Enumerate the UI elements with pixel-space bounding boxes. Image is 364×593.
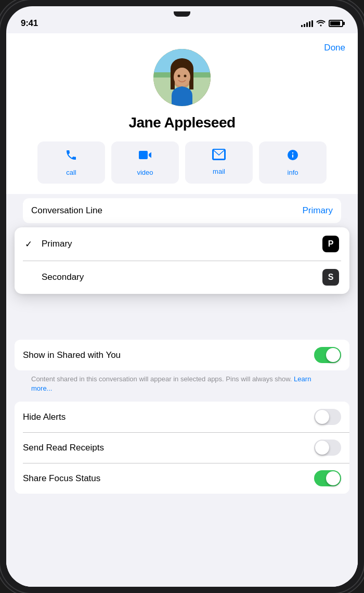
avatar-section: Jane Appleseed <box>6 33 358 141</box>
blurred-section: Send My Cu... Share My Lo... ✓ Primary <box>6 223 358 277</box>
show-shared-row: Show in Shared with You <box>15 340 349 370</box>
settings-bg: Conversation Line Primary Send My Cu... … <box>6 194 358 587</box>
send-read-receipts-label: Send Read Receipts <box>23 443 104 453</box>
hide-alerts-label: Hide Alerts <box>23 412 66 422</box>
dropdown-primary-label: Primary <box>42 239 72 249</box>
mail-label: mail <box>213 167 225 175</box>
secondary-badge: S <box>322 269 339 286</box>
dropdown-primary-item[interactable]: ✓ Primary P <box>15 227 349 261</box>
conv-line-section: Conversation Line Primary <box>6 194 358 223</box>
main-sheet: Done <box>6 33 358 194</box>
hide-alerts-row: Hide Alerts <box>15 402 349 432</box>
avatar <box>153 49 211 106</box>
caption-text: Content shared in this conversation will… <box>15 370 349 402</box>
phone-screen: 9:41 <box>6 6 358 587</box>
svg-rect-13 <box>292 154 293 158</box>
checkmark-icon: ✓ <box>25 239 35 250</box>
conversation-line-value: Primary <box>302 205 333 216</box>
video-icon <box>138 149 152 164</box>
notch <box>174 11 190 17</box>
svg-point-10 <box>184 75 187 78</box>
primary-badge: P <box>322 236 339 252</box>
conversation-line-label: Conversation Line <box>31 205 102 216</box>
battery-icon <box>329 20 343 27</box>
share-focus-row: Share Focus Status <box>15 463 349 494</box>
info-icon <box>287 149 299 164</box>
video-button[interactable]: video <box>111 141 179 184</box>
send-read-receipts-toggle[interactable] <box>314 440 341 456</box>
share-focus-toggle[interactable] <box>314 470 341 486</box>
mail-button[interactable]: mail <box>185 141 253 184</box>
avatar-image <box>153 49 211 106</box>
video-label: video <box>137 169 153 176</box>
action-buttons-row: call video <box>6 141 358 194</box>
dropdown-secondary-label: Secondary <box>42 272 84 282</box>
toggle-knob-4 <box>326 471 340 485</box>
status-icons <box>301 19 343 28</box>
send-read-receipts-row: Send Read Receipts <box>15 432 349 463</box>
phone-frame: 9:41 <box>0 0 364 593</box>
share-focus-label: Share Focus Status <box>23 473 100 484</box>
call-label: call <box>66 169 76 176</box>
conversation-line-row[interactable]: Conversation Line Primary <box>23 198 341 223</box>
hide-alerts-toggle[interactable] <box>314 409 341 425</box>
show-shared-label: Show in Shared with You <box>23 350 121 360</box>
toggle-knob-3 <box>315 441 329 455</box>
shared-section: Show in Shared with You Content shared i… <box>6 340 358 402</box>
caption-body: Content shared in this conversation will… <box>31 375 292 383</box>
svg-point-9 <box>178 75 180 78</box>
svg-point-8 <box>174 68 190 86</box>
screen-content: Done <box>6 33 358 587</box>
info-button[interactable]: info <box>259 141 327 184</box>
done-button[interactable]: Done <box>324 43 345 53</box>
signal-bars-icon <box>301 20 313 27</box>
call-button[interactable]: call <box>37 141 105 184</box>
show-shared-toggle[interactable] <box>314 347 341 363</box>
dropdown-menu[interactable]: ✓ Primary P ✓ Secondary S <box>15 227 349 294</box>
phone-icon <box>65 149 77 164</box>
alerts-section: Hide Alerts Send Read Receipts <box>6 402 358 504</box>
wifi-icon <box>316 19 326 28</box>
toggle-knob <box>326 348 340 362</box>
svg-point-12 <box>292 152 293 153</box>
info-label: info <box>288 169 298 176</box>
status-bar: 9:41 <box>6 6 358 33</box>
toggle-knob-2 <box>315 410 329 424</box>
mail-icon <box>212 149 226 163</box>
alerts-card: Hide Alerts Send Read Receipts <box>15 402 349 494</box>
contact-name: Jane Appleseed <box>128 114 235 131</box>
dropdown-secondary-item[interactable]: ✓ Secondary S <box>15 261 349 294</box>
show-shared-card: Show in Shared with You <box>15 340 349 370</box>
status-time: 9:41 <box>21 18 38 29</box>
